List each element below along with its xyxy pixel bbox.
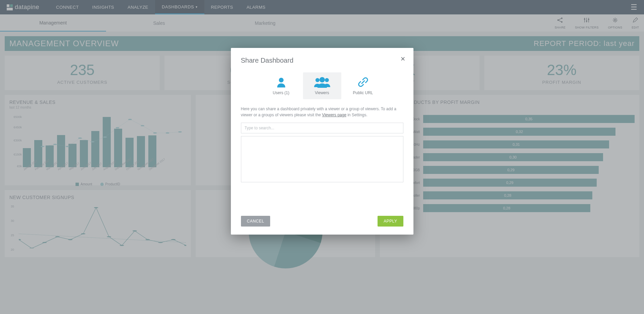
share-tab-label: Public URL — [353, 90, 373, 95]
close-icon[interactable]: ✕ — [400, 55, 405, 63]
group-icon — [313, 76, 332, 88]
modal-backdrop[interactable]: Share Dashboard ✕ Users (1) Viewers Publ… — [0, 0, 644, 314]
modal-title: Share Dashboard — [241, 57, 403, 64]
search-input[interactable] — [241, 123, 403, 133]
share-tab-label: Users (1) — [273, 90, 289, 95]
modal-description: Here you can share a dashboard privately… — [241, 106, 403, 118]
share-tab-viewers[interactable]: Viewers — [303, 72, 341, 99]
svg-point-42 — [319, 77, 325, 82]
viewers-page-link[interactable]: Viewers page — [322, 113, 347, 117]
share-dashboard-modal: Share Dashboard ✕ Users (1) Viewers Publ… — [231, 48, 413, 235]
user-icon — [276, 76, 286, 88]
modal-buttons: CANCEL APPLY — [241, 216, 403, 227]
apply-button[interactable]: APPLY — [378, 216, 403, 227]
modal-desc-text: in Settings. — [346, 113, 367, 117]
svg-point-39 — [279, 78, 284, 82]
svg-point-41 — [325, 78, 329, 82]
svg-point-40 — [315, 78, 319, 82]
share-tab-public-url[interactable]: Public URL — [344, 72, 382, 99]
link-icon — [357, 76, 369, 88]
share-tab-users[interactable]: Users (1) — [262, 72, 300, 99]
cancel-button[interactable]: CANCEL — [241, 216, 270, 227]
modal-desc-text: Here you can share a dashboard privately… — [241, 107, 396, 117]
share-tab-label: Viewers — [315, 90, 329, 95]
share-tabs: Users (1) Viewers Public URL — [241, 72, 403, 99]
results-box[interactable] — [241, 136, 403, 182]
